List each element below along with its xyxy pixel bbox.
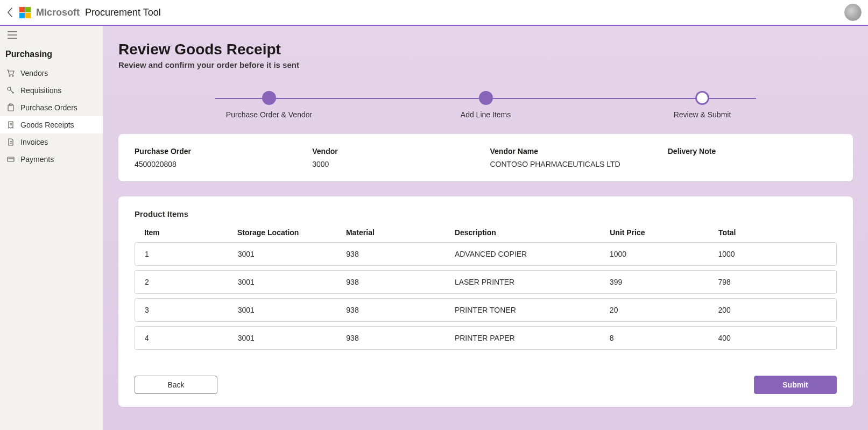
svg-point-3 xyxy=(9,75,10,76)
products-table: Item Storage Location Material Descripti… xyxy=(135,228,837,350)
td-item: 1 xyxy=(145,250,238,258)
microsoft-logo-icon xyxy=(19,7,31,18)
cart-icon xyxy=(6,69,15,77)
step-label: Review & Submit xyxy=(674,110,731,119)
table-header: Item Storage Location Material Descripti… xyxy=(135,228,837,242)
td-material: 938 xyxy=(346,306,455,314)
td-total: 200 xyxy=(718,306,827,314)
svg-point-5 xyxy=(8,87,11,90)
document-icon xyxy=(6,138,15,146)
th-storage: Storage Location xyxy=(237,228,346,237)
step-review-submit[interactable]: Review & Submit xyxy=(648,91,756,119)
sidebar-item-label: Purchase Orders xyxy=(20,103,77,112)
actions: Back Submit xyxy=(135,376,837,394)
step-label: Purchase Order & Vendor xyxy=(226,110,312,119)
page-subtitle: Review and confirm your order before it … xyxy=(118,60,853,69)
svg-rect-6 xyxy=(8,105,13,111)
sidebar-item-label: Vendors xyxy=(20,69,48,77)
td-description: PRINTER PAPER xyxy=(455,334,610,342)
td-material: 938 xyxy=(346,250,455,258)
summary-label-delivery-note: Delivery Note xyxy=(668,147,837,156)
td-description: LASER PRINTER xyxy=(455,278,610,286)
table-row: 2 3001 938 LASER PRINTER 399 798 xyxy=(135,270,837,294)
back-button[interactable]: Back xyxy=(135,376,217,394)
request-icon xyxy=(6,86,15,95)
microsoft-text: Microsoft xyxy=(36,7,80,18)
td-item: 3 xyxy=(145,306,238,314)
td-material: 938 xyxy=(346,334,455,342)
summary-label-vendor: Vendor xyxy=(312,147,481,156)
summary-label-po: Purchase Order xyxy=(135,147,304,156)
th-item: Item xyxy=(144,228,237,237)
avatar[interactable] xyxy=(844,4,862,21)
step-purchase-order-vendor[interactable]: Purchase Order & Vendor xyxy=(215,91,323,119)
td-total: 798 xyxy=(718,278,827,286)
td-item: 4 xyxy=(145,334,238,342)
td-unit-price: 1000 xyxy=(610,250,718,258)
topbar-left: Microsoft Procurement Tool xyxy=(6,7,161,18)
summary-value-vendor: 3000 xyxy=(312,160,481,168)
td-unit-price: 8 xyxy=(610,334,718,342)
sidebar-item-label: Invoices xyxy=(20,138,48,146)
hamburger-menu-icon[interactable] xyxy=(0,26,103,44)
table-row: 3 3001 938 PRINTER TONER 20 200 xyxy=(135,298,837,322)
td-storage: 3001 xyxy=(238,334,347,342)
td-storage: 3001 xyxy=(238,278,347,286)
th-unit-price: Unit Price xyxy=(610,228,718,237)
step-label: Add Line Items xyxy=(461,110,511,119)
products-card: Product Items Item Storage Location Mate… xyxy=(118,196,853,407)
step-add-line-items[interactable]: Add Line Items xyxy=(432,91,540,119)
td-item: 2 xyxy=(145,278,238,286)
step-dot-icon xyxy=(479,91,493,105)
summary-card: Purchase Order 4500020808 Vendor 3000 Ve… xyxy=(118,134,853,181)
sidebar-item-label: Goods Receipts xyxy=(20,121,74,129)
td-storage: 3001 xyxy=(238,250,347,258)
page-title: Review Goods Receipt xyxy=(118,41,853,58)
td-total: 400 xyxy=(718,334,827,342)
topbar: Microsoft Procurement Tool xyxy=(0,0,868,26)
summary-col-vendor-name: Vendor Name CONTOSO PHARMACEUTICALS LTD xyxy=(490,147,659,168)
table-row: 4 3001 938 PRINTER PAPER 8 400 xyxy=(135,326,837,350)
main-content: Review Goods Receipt Review and confirm … xyxy=(103,26,868,430)
th-description: Description xyxy=(455,228,610,237)
sidebar-item-payments[interactable]: Payments xyxy=(0,151,103,168)
summary-value-vendor-name: CONTOSO PHARMACEUTICALS LTD xyxy=(490,160,659,168)
summary-value-po: 4500020808 xyxy=(135,160,304,168)
summary-col-vendor: Vendor 3000 xyxy=(312,147,481,168)
svg-rect-12 xyxy=(8,157,14,161)
td-unit-price: 399 xyxy=(610,278,718,286)
table-row: 1 3001 938 ADVANCED COPIER 1000 1000 xyxy=(135,242,837,266)
back-icon[interactable] xyxy=(6,7,14,18)
summary-col-po: Purchase Order 4500020808 xyxy=(135,147,304,168)
submit-button[interactable]: Submit xyxy=(754,376,837,394)
sidebar-item-purchase-orders[interactable]: Purchase Orders xyxy=(0,99,103,116)
app-title: Procurement Tool xyxy=(85,7,161,18)
clipboard-icon xyxy=(6,103,15,112)
sidebar: Purchasing Vendors Requisitions xyxy=(0,26,103,430)
products-section-title: Product Items xyxy=(135,209,837,218)
sidebar-item-requisitions[interactable]: Requisitions xyxy=(0,82,103,99)
th-total: Total xyxy=(718,228,827,237)
td-total: 1000 xyxy=(718,250,827,258)
sidebar-item-label: Requisitions xyxy=(20,86,61,95)
credit-card-icon xyxy=(6,155,15,164)
sidebar-item-label: Payments xyxy=(20,155,54,164)
sidebar-item-invoices[interactable]: Invoices xyxy=(0,133,103,151)
nav: Vendors Requisitions Purchase Orders xyxy=(0,65,103,168)
td-storage: 3001 xyxy=(238,306,347,314)
summary-label-vendor-name: Vendor Name xyxy=(490,147,659,156)
receipt-icon xyxy=(6,121,15,129)
stepper: Purchase Order & Vendor Add Line Items R… xyxy=(215,91,756,119)
sidebar-item-vendors[interactable]: Vendors xyxy=(0,65,103,82)
nav-group-title: Purchasing xyxy=(0,44,103,65)
summary-col-delivery-note: Delivery Note xyxy=(668,147,837,168)
td-unit-price: 20 xyxy=(610,306,718,314)
th-material: Material xyxy=(346,228,455,237)
td-description: PRINTER TONER xyxy=(455,306,610,314)
td-description: ADVANCED COPIER xyxy=(455,250,610,258)
step-dot-icon xyxy=(262,91,276,105)
step-dot-icon xyxy=(695,91,709,105)
td-material: 938 xyxy=(346,278,455,286)
svg-point-4 xyxy=(12,75,13,76)
sidebar-item-goods-receipts[interactable]: Goods Receipts xyxy=(0,116,103,133)
